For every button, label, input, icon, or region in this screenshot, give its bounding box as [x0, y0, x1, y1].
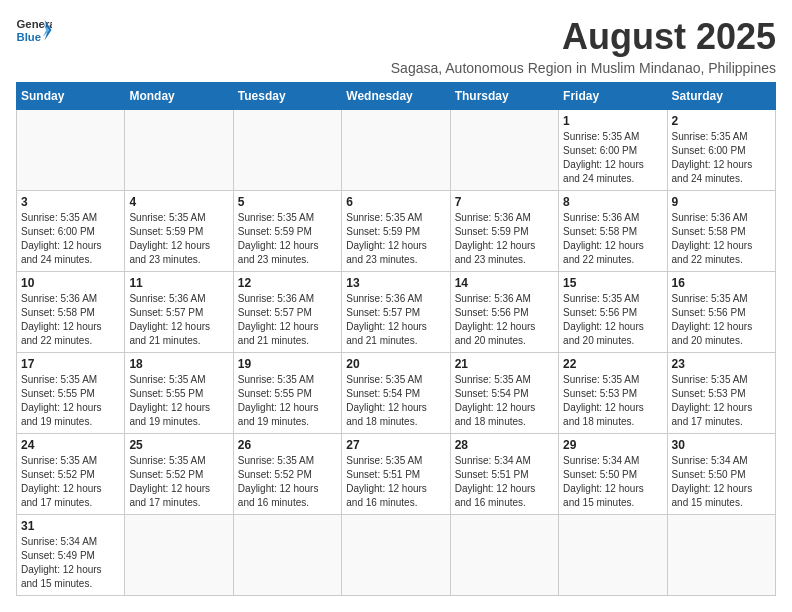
header-day-thursday: Thursday: [450, 83, 558, 110]
subtitle: Sagasa, Autonomous Region in Muslim Mind…: [391, 60, 776, 76]
calendar-cell: 12Sunrise: 5:36 AM Sunset: 5:57 PM Dayli…: [233, 272, 341, 353]
day-info: Sunrise: 5:34 AM Sunset: 5:49 PM Dayligh…: [21, 535, 120, 591]
day-info: Sunrise: 5:35 AM Sunset: 5:54 PM Dayligh…: [455, 373, 554, 429]
day-number: 31: [21, 519, 120, 533]
calendar-cell: 30Sunrise: 5:34 AM Sunset: 5:50 PM Dayli…: [667, 434, 775, 515]
day-info: Sunrise: 5:36 AM Sunset: 5:58 PM Dayligh…: [563, 211, 662, 267]
day-info: Sunrise: 5:36 AM Sunset: 5:59 PM Dayligh…: [455, 211, 554, 267]
calendar-cell: 3Sunrise: 5:35 AM Sunset: 6:00 PM Daylig…: [17, 191, 125, 272]
day-info: Sunrise: 5:35 AM Sunset: 5:55 PM Dayligh…: [129, 373, 228, 429]
header-day-friday: Friday: [559, 83, 667, 110]
day-info: Sunrise: 5:34 AM Sunset: 5:51 PM Dayligh…: [455, 454, 554, 510]
header-day-tuesday: Tuesday: [233, 83, 341, 110]
calendar-cell: 15Sunrise: 5:35 AM Sunset: 5:56 PM Dayli…: [559, 272, 667, 353]
day-info: Sunrise: 5:35 AM Sunset: 5:52 PM Dayligh…: [21, 454, 120, 510]
day-info: Sunrise: 5:36 AM Sunset: 5:57 PM Dayligh…: [238, 292, 337, 348]
calendar-cell: [17, 110, 125, 191]
day-info: Sunrise: 5:35 AM Sunset: 5:56 PM Dayligh…: [563, 292, 662, 348]
calendar-cell: [450, 110, 558, 191]
day-number: 10: [21, 276, 120, 290]
calendar-cell: [559, 515, 667, 596]
day-info: Sunrise: 5:36 AM Sunset: 5:58 PM Dayligh…: [21, 292, 120, 348]
day-info: Sunrise: 5:36 AM Sunset: 5:58 PM Dayligh…: [672, 211, 771, 267]
calendar-cell: 26Sunrise: 5:35 AM Sunset: 5:52 PM Dayli…: [233, 434, 341, 515]
calendar-body: 1Sunrise: 5:35 AM Sunset: 6:00 PM Daylig…: [17, 110, 776, 596]
header-row: SundayMondayTuesdayWednesdayThursdayFrid…: [17, 83, 776, 110]
logo-icon: General Blue: [16, 16, 52, 44]
calendar-cell: [342, 110, 450, 191]
day-info: Sunrise: 5:35 AM Sunset: 5:53 PM Dayligh…: [672, 373, 771, 429]
day-number: 8: [563, 195, 662, 209]
day-info: Sunrise: 5:34 AM Sunset: 5:50 PM Dayligh…: [672, 454, 771, 510]
day-number: 20: [346, 357, 445, 371]
day-number: 28: [455, 438, 554, 452]
day-number: 1: [563, 114, 662, 128]
calendar-cell: 18Sunrise: 5:35 AM Sunset: 5:55 PM Dayli…: [125, 353, 233, 434]
calendar-cell: [233, 110, 341, 191]
calendar-cell: 10Sunrise: 5:36 AM Sunset: 5:58 PM Dayli…: [17, 272, 125, 353]
calendar-cell: 27Sunrise: 5:35 AM Sunset: 5:51 PM Dayli…: [342, 434, 450, 515]
calendar-cell: 16Sunrise: 5:35 AM Sunset: 5:56 PM Dayli…: [667, 272, 775, 353]
calendar-cell: 23Sunrise: 5:35 AM Sunset: 5:53 PM Dayli…: [667, 353, 775, 434]
day-number: 5: [238, 195, 337, 209]
calendar-cell: 5Sunrise: 5:35 AM Sunset: 5:59 PM Daylig…: [233, 191, 341, 272]
calendar-cell: 13Sunrise: 5:36 AM Sunset: 5:57 PM Dayli…: [342, 272, 450, 353]
day-info: Sunrise: 5:35 AM Sunset: 5:59 PM Dayligh…: [346, 211, 445, 267]
day-number: 14: [455, 276, 554, 290]
day-number: 3: [21, 195, 120, 209]
calendar-cell: 31Sunrise: 5:34 AM Sunset: 5:49 PM Dayli…: [17, 515, 125, 596]
calendar-cell: [450, 515, 558, 596]
day-info: Sunrise: 5:36 AM Sunset: 5:57 PM Dayligh…: [129, 292, 228, 348]
calendar-cell: 29Sunrise: 5:34 AM Sunset: 5:50 PM Dayli…: [559, 434, 667, 515]
calendar-cell: 17Sunrise: 5:35 AM Sunset: 5:55 PM Dayli…: [17, 353, 125, 434]
calendar-cell: 20Sunrise: 5:35 AM Sunset: 5:54 PM Dayli…: [342, 353, 450, 434]
week-row-2: 10Sunrise: 5:36 AM Sunset: 5:58 PM Dayli…: [17, 272, 776, 353]
svg-text:Blue: Blue: [17, 31, 42, 43]
day-number: 15: [563, 276, 662, 290]
day-info: Sunrise: 5:35 AM Sunset: 5:59 PM Dayligh…: [238, 211, 337, 267]
calendar-cell: 2Sunrise: 5:35 AM Sunset: 6:00 PM Daylig…: [667, 110, 775, 191]
calendar-cell: [667, 515, 775, 596]
day-info: Sunrise: 5:36 AM Sunset: 5:56 PM Dayligh…: [455, 292, 554, 348]
calendar-cell: 4Sunrise: 5:35 AM Sunset: 5:59 PM Daylig…: [125, 191, 233, 272]
day-number: 17: [21, 357, 120, 371]
day-number: 30: [672, 438, 771, 452]
calendar-cell: 7Sunrise: 5:36 AM Sunset: 5:59 PM Daylig…: [450, 191, 558, 272]
main-title: August 2025: [391, 16, 776, 58]
day-number: 18: [129, 357, 228, 371]
calendar-cell: [233, 515, 341, 596]
calendar-cell: 8Sunrise: 5:36 AM Sunset: 5:58 PM Daylig…: [559, 191, 667, 272]
day-info: Sunrise: 5:35 AM Sunset: 5:51 PM Dayligh…: [346, 454, 445, 510]
header-day-monday: Monday: [125, 83, 233, 110]
calendar-cell: 21Sunrise: 5:35 AM Sunset: 5:54 PM Dayli…: [450, 353, 558, 434]
header-day-wednesday: Wednesday: [342, 83, 450, 110]
calendar-cell: 9Sunrise: 5:36 AM Sunset: 5:58 PM Daylig…: [667, 191, 775, 272]
day-info: Sunrise: 5:35 AM Sunset: 5:53 PM Dayligh…: [563, 373, 662, 429]
week-row-5: 31Sunrise: 5:34 AM Sunset: 5:49 PM Dayli…: [17, 515, 776, 596]
calendar-table: SundayMondayTuesdayWednesdayThursdayFrid…: [16, 82, 776, 596]
day-number: 27: [346, 438, 445, 452]
calendar-cell: 6Sunrise: 5:35 AM Sunset: 5:59 PM Daylig…: [342, 191, 450, 272]
calendar-cell: 14Sunrise: 5:36 AM Sunset: 5:56 PM Dayli…: [450, 272, 558, 353]
week-row-0: 1Sunrise: 5:35 AM Sunset: 6:00 PM Daylig…: [17, 110, 776, 191]
day-info: Sunrise: 5:35 AM Sunset: 5:52 PM Dayligh…: [238, 454, 337, 510]
day-number: 21: [455, 357, 554, 371]
day-number: 25: [129, 438, 228, 452]
day-number: 9: [672, 195, 771, 209]
calendar-cell: 11Sunrise: 5:36 AM Sunset: 5:57 PM Dayli…: [125, 272, 233, 353]
day-number: 6: [346, 195, 445, 209]
day-number: 19: [238, 357, 337, 371]
calendar-cell: 24Sunrise: 5:35 AM Sunset: 5:52 PM Dayli…: [17, 434, 125, 515]
day-number: 12: [238, 276, 337, 290]
calendar-cell: 28Sunrise: 5:34 AM Sunset: 5:51 PM Dayli…: [450, 434, 558, 515]
calendar-cell: 1Sunrise: 5:35 AM Sunset: 6:00 PM Daylig…: [559, 110, 667, 191]
day-number: 26: [238, 438, 337, 452]
calendar-cell: [125, 515, 233, 596]
day-number: 22: [563, 357, 662, 371]
header-day-saturday: Saturday: [667, 83, 775, 110]
calendar-cell: 25Sunrise: 5:35 AM Sunset: 5:52 PM Dayli…: [125, 434, 233, 515]
title-area: August 2025 Sagasa, Autonomous Region in…: [391, 16, 776, 76]
header: General Blue August 2025 Sagasa, Autonom…: [16, 16, 776, 76]
day-info: Sunrise: 5:36 AM Sunset: 5:57 PM Dayligh…: [346, 292, 445, 348]
calendar-cell: [342, 515, 450, 596]
